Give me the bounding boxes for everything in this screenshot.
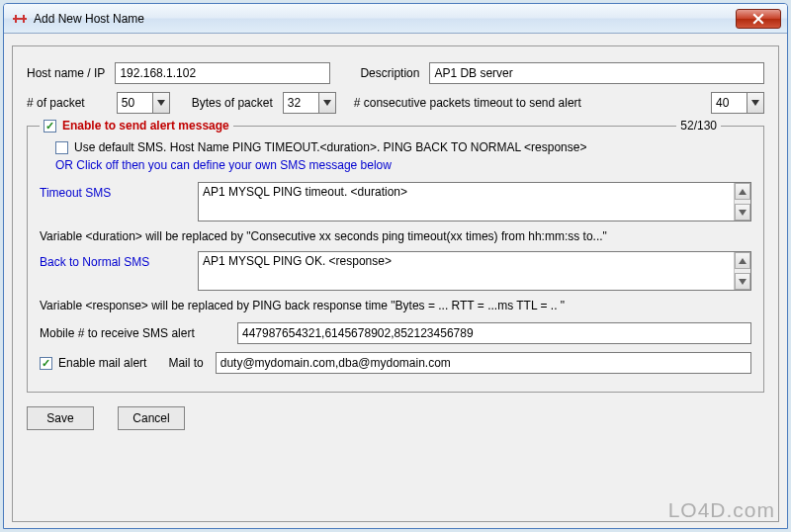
timeout-sms-row: Timeout SMS AP1 MYSQL PING timeout. <dur… (40, 182, 751, 222)
save-button[interactable]: Save (27, 406, 94, 430)
mail-to-input[interactable] (216, 352, 751, 374)
app-icon (12, 11, 28, 27)
mobile-input[interactable] (237, 322, 751, 344)
cancel-button[interactable]: Cancel (118, 406, 185, 430)
off-hint-row: OR Click off then you can define your ow… (55, 158, 751, 172)
back-sms-row: Back to Normal SMS AP1 MYSQL PING OK. <r… (40, 251, 751, 291)
num-packet-value[interactable] (117, 92, 152, 114)
button-row: Save Cancel (27, 406, 764, 430)
form-panel: Host name / IP Description # of packet B… (12, 45, 779, 522)
mail-enable-label: Enable mail alert (58, 356, 146, 370)
scroll-down-icon[interactable] (735, 204, 750, 221)
char-counter: 52/130 (676, 119, 721, 133)
timeout-hint-text: Variable <duration> will be replaced by … (40, 229, 607, 243)
num-packet-dropdown[interactable] (117, 92, 170, 114)
scroll-down-icon[interactable] (735, 273, 750, 290)
consec-packet-dropdown[interactable] (711, 92, 764, 114)
timeout-sms-textarea[interactable]: AP1 MYSQL PING timeout. <duration> (198, 182, 751, 222)
dialog-window: Add New Host Name Host name / IP Descrip… (3, 3, 788, 529)
enable-alert-checkbox[interactable] (44, 120, 56, 133)
chevron-down-icon[interactable] (747, 92, 764, 114)
enable-alert-label: Enable to send alert message (62, 119, 229, 133)
window-title: Add New Host Name (34, 12, 736, 26)
alert-group: 52/130 Enable to send alert message Use … (27, 126, 764, 393)
back-sms-value[interactable]: AP1 MYSQL PING OK. <response> (199, 252, 734, 290)
titlebar: Add New Host Name (4, 4, 787, 34)
hostname-input[interactable] (115, 62, 330, 84)
num-packet-label: # of packet (27, 96, 85, 110)
consec-packet-label: # consecutive packets timeout to send al… (354, 96, 581, 110)
watermark: LO4D.com (668, 498, 775, 522)
row-packet: # of packet Bytes of packet # consecutiv… (27, 92, 764, 114)
scrollbar[interactable] (734, 183, 750, 221)
client-area: Host name / IP Description # of packet B… (4, 34, 787, 528)
timeout-hint-row: Variable <duration> will be replaced by … (40, 229, 751, 243)
scroll-up-icon[interactable] (735, 252, 750, 269)
bytes-packet-value[interactable] (283, 92, 318, 114)
svg-rect-1 (15, 15, 17, 23)
back-sms-textarea[interactable]: AP1 MYSQL PING OK. <response> (198, 251, 751, 291)
back-hint-row: Variable <response> will be replaced by … (40, 299, 751, 312)
scrollbar[interactable] (734, 252, 750, 290)
default-sms-label: Use default SMS. Host Name PING TIMEOUT.… (74, 140, 586, 154)
bytes-packet-dropdown[interactable] (283, 92, 336, 114)
mail-enable-checkbox[interactable] (40, 357, 52, 370)
default-sms-row: Use default SMS. Host Name PING TIMEOUT.… (55, 140, 751, 154)
enable-alert-row: Enable to send alert message (40, 118, 233, 133)
mobile-label: Mobile # to receive SMS alert (40, 326, 237, 340)
default-sms-checkbox[interactable] (55, 141, 68, 154)
mobile-row: Mobile # to receive SMS alert (40, 322, 751, 344)
timeout-sms-value[interactable]: AP1 MYSQL PING timeout. <duration> (199, 183, 734, 221)
bytes-packet-label: Bytes of packet (192, 96, 273, 110)
chevron-down-icon[interactable] (318, 92, 336, 114)
chevron-down-icon[interactable] (152, 92, 170, 114)
consec-packet-value[interactable] (711, 92, 747, 114)
description-label: Description (360, 66, 419, 80)
scroll-up-icon[interactable] (735, 183, 750, 200)
row-hostname: Host name / IP Description (27, 62, 764, 84)
mail-row: Enable mail alert Mail to (40, 352, 751, 374)
timeout-sms-label: Timeout SMS (40, 182, 198, 200)
description-input[interactable] (429, 62, 764, 84)
back-sms-label: Back to Normal SMS (40, 251, 198, 269)
back-hint-text: Variable <response> will be replaced by … (40, 299, 565, 312)
hostname-label: Host name / IP (27, 66, 105, 80)
off-hint-text: OR Click off then you can define your ow… (55, 158, 392, 172)
close-button[interactable] (736, 9, 781, 29)
mail-to-label: Mail to (168, 356, 203, 370)
svg-rect-2 (23, 15, 25, 23)
